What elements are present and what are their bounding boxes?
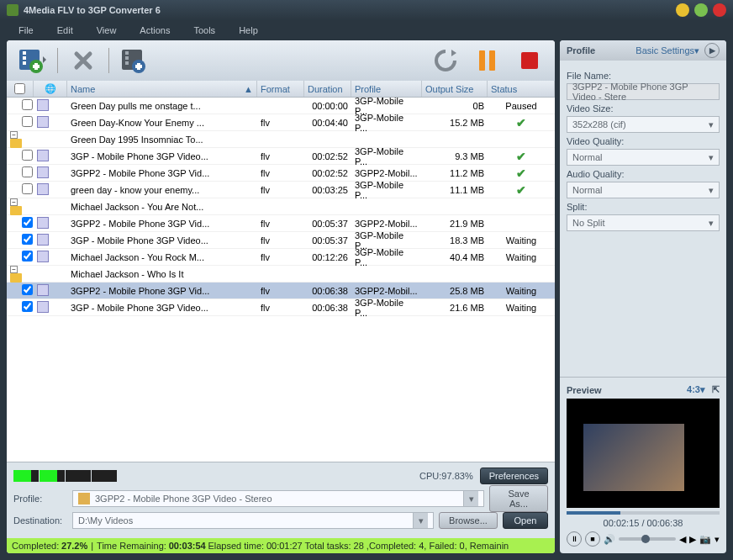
col-output[interactable]: Output Size <box>422 81 488 97</box>
output-profile-button[interactable] <box>118 45 151 76</box>
volume-icon[interactable]: 🔊 <box>604 534 615 545</box>
svg-rect-9 <box>125 56 129 60</box>
preview-pause-button[interactable]: ⏸ <box>567 531 582 547</box>
row-profile: 3GP-Mobile P... <box>351 298 422 318</box>
row-checkbox[interactable] <box>22 301 33 312</box>
profile-dropdown[interactable]: 3GPP2 - Mobile Phone 3GP Video - Stereo … <box>72 490 484 507</box>
preview-video[interactable] <box>567 399 720 508</box>
menu-edit[interactable]: Edit <box>45 22 85 39</box>
main-panel: 🌐 Name▲ Format Duration Profile Output S… <box>7 40 555 553</box>
col-profile[interactable]: Profile <box>351 81 422 97</box>
videoquality-dropdown[interactable]: Normal▾ <box>567 149 720 166</box>
expand-toggle[interactable]: − <box>10 131 18 139</box>
videosize-label: Video Size: <box>567 103 720 114</box>
profile-icon <box>78 493 90 505</box>
row-status: ✔ <box>488 150 555 163</box>
close-button[interactable] <box>713 3 726 17</box>
file-row[interactable]: 3GPP2 - Mobile Phone 3GP Vid...flv00:06:… <box>7 283 555 299</box>
file-row[interactable]: 3GPP2 - Mobile Phone 3GP Vid...flv00:05:… <box>7 215 555 232</box>
minimize-button[interactable] <box>676 3 689 17</box>
file-row[interactable]: 3GP - Mobile Phone 3GP Video...flv00:06:… <box>7 299 555 316</box>
menu-actions[interactable]: Actions <box>128 22 182 39</box>
menu-file[interactable]: File <box>7 22 45 39</box>
group-row[interactable]: −Green Day 1995 Insomniac To... <box>7 131 555 148</box>
row-checkbox[interactable] <box>22 183 33 194</box>
pause-button[interactable] <box>471 45 504 76</box>
group-row[interactable]: −Michael Jackson - You Are Not... <box>7 198 555 215</box>
menu-help[interactable]: Help <box>227 22 270 39</box>
preferences-button[interactable]: Preferences <box>480 468 548 484</box>
col-check[interactable] <box>7 81 34 97</box>
expand-toggle[interactable]: − <box>10 198 18 206</box>
prev-frame-button[interactable]: ◀ <box>679 534 686 545</box>
save-as-button[interactable]: Save As... <box>489 485 548 512</box>
maximize-button[interactable] <box>694 3 708 17</box>
col-format[interactable]: Format <box>257 81 304 97</box>
row-format: flv <box>257 235 304 246</box>
delete-button[interactable] <box>66 45 100 76</box>
split-dropdown[interactable]: No Split▾ <box>567 214 720 231</box>
row-checkbox[interactable] <box>22 166 33 177</box>
row-checkbox[interactable] <box>22 284 33 295</box>
basic-settings-toggle[interactable]: Basic Settings▾ <box>635 45 699 56</box>
menu-tools[interactable]: Tools <box>182 22 227 39</box>
add-file-button[interactable] <box>15 45 49 76</box>
row-checkbox[interactable] <box>22 217 33 228</box>
col-duration[interactable]: Duration <box>304 81 351 97</box>
browse-button[interactable]: Browse... <box>439 512 498 529</box>
check-icon: ✔ <box>516 166 526 180</box>
row-name: 3GP - Mobile Phone 3GP Video... <box>67 235 257 246</box>
col-type[interactable]: 🌐 <box>34 81 67 97</box>
file-row[interactable]: 3GP - Mobile Phone 3GP Video...flv00:02:… <box>7 148 555 165</box>
expand-toggle[interactable]: − <box>10 266 18 273</box>
videosize-dropdown[interactable]: 352x288 (cif)▾ <box>567 116 720 133</box>
next-frame-button[interactable]: ▶ <box>689 534 696 545</box>
volume-slider[interactable] <box>619 537 676 541</box>
check-icon: ✔ <box>516 116 526 129</box>
destination-field[interactable]: D:\My Videos ▾ <box>72 512 434 529</box>
videoquality-label: Video Quality: <box>567 136 720 146</box>
filename-field[interactable]: 3GPP2 - Mobile Phone 3GP Video - Stere <box>567 83 720 100</box>
popout-icon[interactable]: ⇱ <box>712 384 720 395</box>
row-checkbox[interactable] <box>22 99 33 110</box>
bottom-panel: CPU:97.83% Preferences Profile: 3GPP2 - … <box>7 462 555 538</box>
file-row[interactable]: 3GPP2 - Mobile Phone 3GP Vid...flv00:02:… <box>7 165 555 182</box>
row-checkbox[interactable] <box>22 251 33 262</box>
snapshot-menu-button[interactable]: ▾ <box>715 534 720 545</box>
stop-button[interactable] <box>513 45 546 76</box>
col-status[interactable]: Status <box>488 81 555 97</box>
file-row[interactable]: 3GP - Mobile Phone 3GP Video...flv00:05:… <box>7 232 555 249</box>
row-checkbox[interactable] <box>22 150 33 161</box>
row-format: flv <box>257 303 304 313</box>
svg-rect-13 <box>137 63 140 70</box>
row-checkbox[interactable] <box>22 116 33 127</box>
row-duration: 00:05:37 <box>304 219 351 229</box>
preview-stop-button[interactable]: ■ <box>585 531 600 547</box>
file-list[interactable]: Green Day pulls me onstage t...00:00:003… <box>7 98 555 462</box>
audioquality-dropdown[interactable]: Normal▾ <box>567 182 720 198</box>
row-output: 11.2 MB <box>422 168 488 178</box>
file-row[interactable]: green day - know your enemy...flv00:03:2… <box>7 182 555 198</box>
play-profile-button[interactable]: ▶ <box>704 43 720 58</box>
file-row[interactable]: Green Day-Know Your Enemy ...flv00:04:40… <box>7 114 555 131</box>
convert-button[interactable] <box>429 45 462 76</box>
row-duration: 00:02:52 <box>304 151 351 161</box>
row-format: flv <box>257 151 304 161</box>
cpu-meter <box>13 470 413 482</box>
file-row[interactable]: Michael Jackson - You Rock M...flv00:12:… <box>7 249 555 266</box>
col-name[interactable]: Name▲ <box>67 81 257 97</box>
group-row[interactable]: −Michael Jackson - Who Is It <box>7 266 555 283</box>
side-panel: Profile Basic Settings▾ ▶ File Name: 3GP… <box>560 40 726 553</box>
row-checkbox[interactable] <box>22 234 33 245</box>
row-name: 3GP - Mobile Phone 3GP Video... <box>67 303 257 313</box>
file-row[interactable]: Green Day pulls me onstage t...00:00:003… <box>7 98 555 114</box>
row-name: Michael Jackson - Who Is It <box>67 269 257 279</box>
row-name: 3GPP2 - Mobile Phone 3GP Vid... <box>67 286 257 296</box>
open-button[interactable]: Open <box>503 512 548 529</box>
menu-view[interactable]: View <box>85 22 129 39</box>
snapshot-button[interactable]: 📷 <box>699 534 711 545</box>
folder-icon <box>10 273 22 283</box>
aspect-ratio-toggle[interactable]: 4:3▾ <box>687 384 705 395</box>
preview-progress[interactable] <box>567 511 720 515</box>
destination-label: Destination: <box>13 515 72 526</box>
